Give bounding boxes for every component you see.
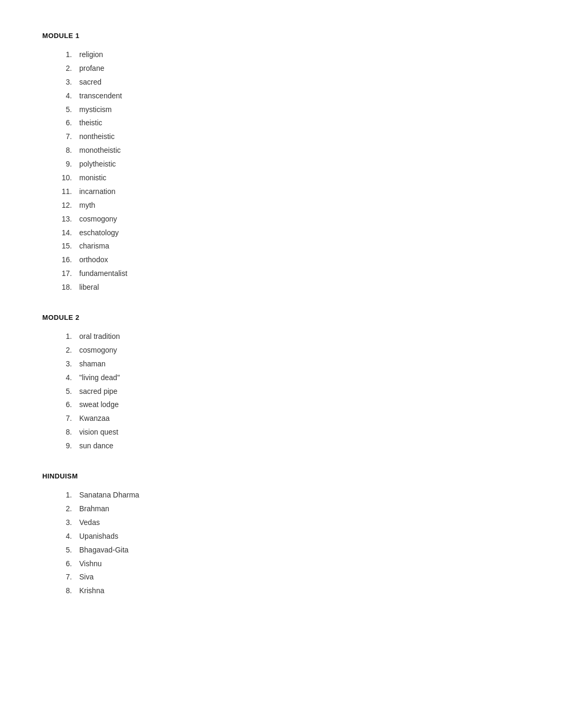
list-item: "living dead" <box>74 371 519 385</box>
section-heading-module2: MODULE 2 <box>42 314 519 321</box>
list-item: polytheistic <box>74 158 519 171</box>
list-item: vision quest <box>74 426 519 439</box>
section-module1: MODULE 1religionprofanesacredtranscenden… <box>42 32 519 294</box>
list-item: Sanatana Dharma <box>74 489 519 502</box>
list-item: sweat lodge <box>74 398 519 412</box>
list-item: oral tradition <box>74 330 519 344</box>
section-hinduism: HINDUISMSanatana DharmaBrahmanVedasUpani… <box>42 472 519 598</box>
list-item: mysticism <box>74 103 519 117</box>
list-item: fundamentalist <box>74 267 519 281</box>
list-item: charisma <box>74 239 519 253</box>
list-item: cosmogony <box>74 344 519 357</box>
list-item: eschatology <box>74 226 519 240</box>
section-heading-module1: MODULE 1 <box>42 32 519 40</box>
list-item: shaman <box>74 357 519 371</box>
list-item: monistic <box>74 171 519 185</box>
section-list-hinduism: Sanatana DharmaBrahmanVedasUpanishadsBha… <box>42 489 519 598</box>
list-item: theistic <box>74 116 519 130</box>
list-item: Brahman <box>74 502 519 516</box>
section-list-module2: oral traditioncosmogonyshaman"living dea… <box>42 330 519 453</box>
list-item: liberal <box>74 281 519 294</box>
list-item: incarnation <box>74 185 519 199</box>
list-item: sun dance <box>74 439 519 453</box>
list-item: transcendent <box>74 89 519 103</box>
list-item: cosmogony <box>74 213 519 226</box>
list-item: Vishnu <box>74 557 519 571</box>
list-item: orthodox <box>74 253 519 267</box>
list-item: nontheistic <box>74 130 519 144</box>
list-item: Upanishads <box>74 530 519 543</box>
section-list-module1: religionprofanesacredtranscendentmystici… <box>42 48 519 294</box>
list-item: Bhagavad-Gita <box>74 543 519 557</box>
list-item: myth <box>74 199 519 213</box>
list-item: sacred pipe <box>74 385 519 399</box>
list-item: Krishna <box>74 584 519 598</box>
list-item: Vedas <box>74 516 519 530</box>
page-container: MODULE 1religionprofanesacredtranscenden… <box>42 32 519 598</box>
section-module2: MODULE 2oral traditioncosmogonyshaman"li… <box>42 314 519 453</box>
list-item: sacred <box>74 76 519 89</box>
section-heading-hinduism: HINDUISM <box>42 472 519 480</box>
list-item: profane <box>74 62 519 76</box>
list-item: Kwanzaa <box>74 412 519 426</box>
list-item: Siva <box>74 570 519 584</box>
list-item: monotheistic <box>74 144 519 158</box>
list-item: religion <box>74 48 519 62</box>
